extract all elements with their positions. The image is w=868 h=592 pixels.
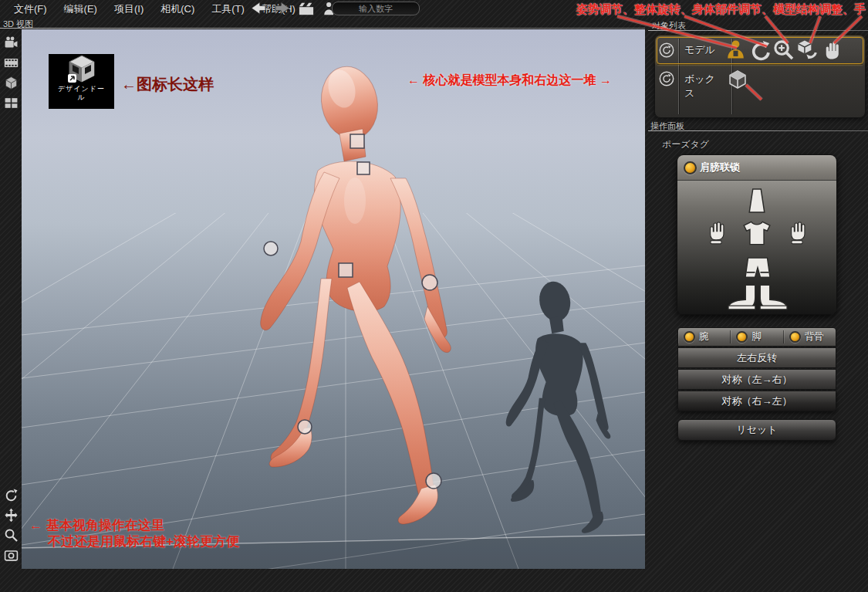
tab-leg[interactable]: 脚 (731, 330, 783, 343)
torso-icon[interactable] (742, 187, 772, 215)
menu-project[interactable]: 项目(I) (114, 2, 144, 16)
shirt-icon[interactable] (742, 219, 772, 247)
tab-arm-dot (684, 331, 695, 343)
viewport-rule (0, 28, 645, 29)
designdoll-cube-logo (65, 54, 99, 85)
tab-spine[interactable]: 背骨 (784, 330, 836, 343)
right-glove-icon[interactable] (784, 219, 810, 245)
reset-button[interactable]: リセット (677, 419, 836, 441)
pose-tag-label: ポーズタグ (662, 138, 709, 151)
orbit-rotate-icon[interactable] (4, 488, 19, 502)
menu-camera[interactable]: 相机(C) (160, 2, 194, 16)
neck-handle[interactable] (350, 134, 364, 148)
sync-circle-icon[interactable] (658, 42, 675, 59)
viewport-3d[interactable] (22, 29, 645, 569)
designdoll-window: 文件(F) 编辑(E) 项目(I) 相机(C) 工具(T) 帮助(H) (0, 0, 868, 592)
pose-adjust-doll-icon[interactable] (724, 39, 747, 61)
filmstrip-icon[interactable] (4, 56, 19, 70)
menu-file[interactable]: 文件(F) (14, 2, 47, 16)
chest-handle[interactable] (357, 162, 370, 174)
quad-view-icon[interactable] (4, 96, 19, 110)
pose-tag-panel: 肩膀联锁 (677, 154, 837, 315)
pose-tag-body (677, 181, 836, 314)
tab-arm[interactable]: 腕 (678, 330, 731, 343)
object-row-model[interactable]: モデル (655, 36, 865, 64)
floor-edge-band (22, 535, 645, 569)
cube-icon[interactable] (4, 76, 19, 90)
object-row-box-label: ボックス (684, 73, 724, 100)
chest-highlight (344, 178, 366, 224)
object-list-rule (648, 30, 868, 31)
extra-model-cube-icon[interactable] (727, 69, 748, 90)
boots-icon[interactable] (725, 282, 790, 312)
pan-move-icon[interactable] (4, 508, 19, 523)
model-structure-cube-icon[interactable] (796, 39, 819, 61)
right-wrist-handle[interactable] (422, 275, 437, 290)
designdoll-desktop-icon: デザインドー ル (49, 54, 114, 109)
pose-tag-header-label: 肩膀联锁 (700, 161, 740, 174)
mannequin-model[interactable] (261, 62, 451, 524)
rotate-whole-icon[interactable] (748, 39, 771, 61)
symmetry-left-to-right-button[interactable]: 对称（左→右） (677, 369, 836, 390)
menu-tools[interactable]: 工具(T) (211, 2, 245, 16)
pelvis-handle[interactable] (339, 263, 353, 277)
menu-bar: 文件(F) 编辑(E) 项目(I) 相机(C) 工具(T) 帮助(H) (0, 0, 868, 17)
sync-circle-icon[interactable] (658, 70, 675, 87)
camera-frame-icon[interactable] (4, 548, 19, 563)
flip-left-right-button[interactable]: 左右反转 (677, 347, 836, 368)
tab-spine-label: 背骨 (805, 330, 824, 343)
part-tabs: 腕 脚 背骨 (677, 327, 836, 347)
symmetry-right-to-left-button[interactable]: 对称（右→左） (677, 391, 836, 411)
hand-icon[interactable] (820, 39, 843, 61)
number-input[interactable] (332, 2, 420, 15)
pose-tag-header[interactable]: 肩膀联锁 (677, 155, 836, 181)
body-part-magnifier-icon[interactable] (772, 39, 795, 61)
pose-tag-enabled-dot[interactable] (684, 161, 697, 174)
desktop-icon-text-line1: デザインドー (58, 85, 105, 93)
tab-arm-label: 腕 (699, 330, 709, 343)
left-toolbar-top (0, 36, 22, 110)
right-ankle-handle[interactable] (426, 473, 441, 489)
tab-leg-dot (736, 331, 748, 343)
object-list-panel: モデル (654, 35, 866, 118)
scene-canvas (22, 29, 645, 569)
silhouette-model[interactable] (506, 279, 611, 533)
tab-spine-dot (789, 331, 801, 343)
left-toolbar-bottom (0, 488, 22, 563)
shorts-icon[interactable] (744, 255, 772, 282)
tab-leg-label: 脚 (751, 330, 762, 343)
zoom-magnifier-icon[interactable] (4, 528, 19, 543)
left-wrist-handle[interactable] (264, 242, 278, 255)
object-row-model-label: モデル (684, 43, 724, 57)
redo-arrow-icon[interactable] (274, 1, 291, 16)
desktop-icon-text-line2: ル (77, 93, 85, 102)
menu-edit[interactable]: 编辑(E) (64, 2, 97, 16)
clapperboard-icon[interactable] (298, 1, 315, 16)
movie-camera-icon[interactable] (4, 36, 19, 50)
object-row-box[interactable]: ボックス (655, 65, 865, 116)
left-glove-icon[interactable] (703, 219, 729, 245)
left-ankle-handle[interactable] (298, 420, 312, 434)
undo-arrow-icon[interactable] (250, 1, 267, 16)
operation-panel-rule (648, 130, 868, 131)
